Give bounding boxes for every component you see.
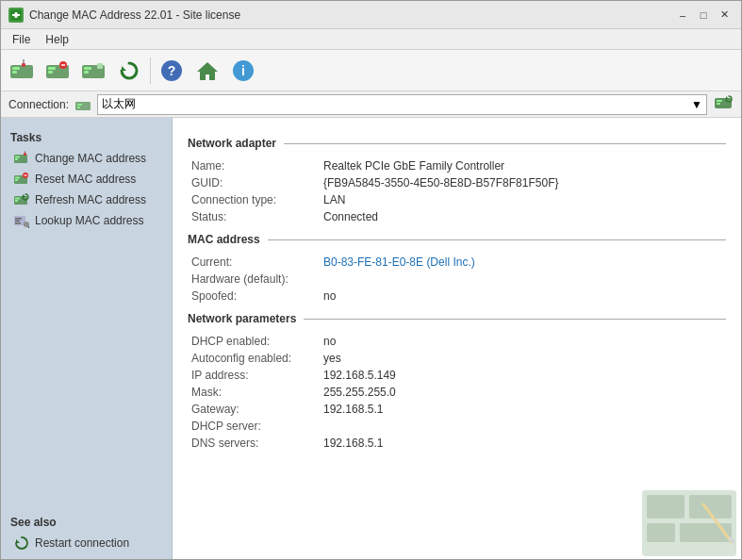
restart-connection-icon bbox=[14, 535, 29, 551]
close-button[interactable]: ✕ bbox=[715, 6, 734, 25]
refresh-connection-icon[interactable] bbox=[713, 94, 734, 115]
content-panel: Network adapter Name: Realtek PCIe GbE F… bbox=[173, 118, 741, 560]
tasks-section-title: Tasks bbox=[1, 125, 172, 148]
sidebar-spacer bbox=[1, 231, 172, 510]
deco-pcb-image bbox=[637, 486, 741, 560]
minimize-button[interactable]: – bbox=[673, 6, 692, 25]
field-label: Status: bbox=[188, 208, 320, 225]
sidebar-lookup-mac-label: Lookup MAC address bbox=[35, 214, 143, 227]
field-label: Mask: bbox=[188, 384, 320, 401]
sidebar-item-restart-connection[interactable]: Restart connection bbox=[1, 533, 172, 553]
field-label: DHCP server: bbox=[188, 418, 320, 435]
app-icon bbox=[8, 8, 24, 23]
field-value: LAN bbox=[320, 191, 726, 208]
refresh-btn[interactable] bbox=[112, 54, 146, 88]
svg-rect-26 bbox=[77, 107, 80, 108]
svg-rect-53 bbox=[647, 495, 684, 519]
table-row: Status: Connected bbox=[188, 208, 726, 225]
change-mac-toolbar-btn[interactable] bbox=[5, 54, 39, 88]
connection-label: Connection: bbox=[8, 98, 69, 111]
sidebar-item-refresh-mac[interactable]: Refresh MAC address bbox=[1, 189, 172, 210]
table-row: Connection type: LAN bbox=[188, 191, 726, 208]
svg-rect-48 bbox=[15, 222, 21, 224]
info-btn[interactable]: i bbox=[226, 54, 260, 88]
sidebar-item-reset-mac[interactable]: Reset MAC address bbox=[1, 169, 172, 189]
field-label: Gateway: bbox=[188, 401, 320, 418]
toolbar-sep-1 bbox=[150, 58, 151, 84]
svg-rect-16 bbox=[84, 71, 89, 74]
title-bar: Change MAC Address 22.01 - Site license … bbox=[1, 1, 741, 29]
field-label: Spoofed: bbox=[188, 288, 320, 305]
network-adapter-title: Network adapter bbox=[188, 137, 276, 150]
svg-marker-21 bbox=[197, 62, 218, 80]
network-params-table: DHCP enabled: no Autoconfig enabled: yes… bbox=[188, 333, 726, 452]
field-value bbox=[320, 418, 726, 435]
field-value: 192.168.5.149 bbox=[320, 367, 726, 384]
svg-rect-6 bbox=[12, 71, 17, 74]
home-btn[interactable] bbox=[190, 54, 224, 88]
maximize-button[interactable]: □ bbox=[694, 6, 713, 25]
sidebar-item-change-mac[interactable]: Change MAC address bbox=[1, 148, 172, 169]
menu-help[interactable]: Help bbox=[38, 31, 76, 48]
svg-rect-25 bbox=[77, 104, 82, 106]
sidebar-restart-label: Restart connection bbox=[35, 536, 129, 550]
svg-rect-5 bbox=[12, 67, 20, 70]
field-value: Realtek PCIe GbE Family Controller bbox=[320, 157, 726, 174]
field-value: 192.168.5.1 bbox=[320, 401, 726, 418]
menu-file[interactable]: File bbox=[5, 31, 38, 48]
sidebar-item-lookup-mac[interactable]: Lookup MAC address bbox=[1, 210, 172, 231]
connection-dropdown[interactable]: 以太网 ▼ bbox=[97, 94, 707, 115]
refresh-mac-icon bbox=[14, 192, 29, 207]
field-label: IP address: bbox=[188, 367, 320, 384]
svg-rect-32 bbox=[15, 156, 20, 158]
field-value: {FB9A5845-3550-4E50-8E8D-B57F8F81F50F} bbox=[320, 174, 726, 191]
field-value: Connected bbox=[320, 208, 726, 225]
svg-rect-55 bbox=[647, 523, 675, 542]
svg-rect-28 bbox=[717, 100, 722, 102]
table-row: Gateway: 192.168.5.1 bbox=[188, 401, 726, 418]
table-row: Current: B0-83-FE-81-E0-8E (Dell Inc.) bbox=[188, 254, 726, 271]
field-value: 255.255.255.0 bbox=[320, 384, 726, 401]
svg-rect-43 bbox=[15, 200, 18, 202]
field-value: no bbox=[320, 333, 726, 350]
table-row: Mask: 255.255.255.0 bbox=[188, 384, 726, 401]
svg-rect-29 bbox=[717, 103, 720, 105]
change-mac-icon bbox=[14, 151, 29, 166]
svg-rect-47 bbox=[15, 221, 20, 222]
field-label: Hardware (default): bbox=[188, 271, 320, 288]
field-label: Autoconfig enabled: bbox=[188, 350, 320, 367]
table-row: IP address: 192.168.5.149 bbox=[188, 367, 726, 384]
network-adapter-btn[interactable] bbox=[76, 54, 110, 88]
sidebar: Tasks Change MAC address Reset MAC addre… bbox=[1, 118, 173, 560]
field-value: no bbox=[320, 288, 726, 305]
connection-selected-value: 以太网 bbox=[102, 96, 136, 112]
network-adapter-section-header: Network adapter bbox=[188, 137, 726, 150]
table-row: DHCP enabled: no bbox=[188, 333, 726, 350]
help-btn[interactable]: ? bbox=[155, 54, 189, 88]
svg-rect-11 bbox=[48, 71, 53, 74]
current-mac-link[interactable]: B0-83-FE-81-E0-8E (Dell Inc.) bbox=[323, 255, 475, 269]
svg-rect-42 bbox=[15, 198, 20, 200]
reset-mac-toolbar-btn[interactable] bbox=[41, 54, 74, 88]
field-value: B0-83-FE-81-E0-8E (Dell Inc.) bbox=[320, 254, 726, 271]
sidebar-refresh-mac-label: Refresh MAC address bbox=[35, 193, 146, 206]
table-row: Autoconfig enabled: yes bbox=[188, 350, 726, 367]
svg-rect-37 bbox=[15, 177, 20, 179]
mac-address-section-header: MAC address bbox=[188, 233, 726, 246]
connection-bar: Connection: 以太网 ▼ bbox=[1, 91, 741, 118]
table-row: DHCP server: bbox=[188, 418, 726, 435]
svg-text:?: ? bbox=[168, 63, 176, 78]
svg-marker-18 bbox=[122, 66, 126, 71]
network-params-line bbox=[304, 319, 726, 320]
network-adapter-table: Name: Realtek PCIe GbE Family Controller… bbox=[188, 157, 726, 225]
table-row: GUID: {FB9A5845-3550-4E50-8E8D-B57F8F81F… bbox=[188, 174, 726, 191]
connection-network-icon bbox=[74, 98, 91, 111]
main-content: Tasks Change MAC address Reset MAC addre… bbox=[1, 118, 741, 560]
svg-marker-51 bbox=[16, 539, 20, 543]
table-row: Spoofed: no bbox=[188, 288, 726, 305]
window-title: Change MAC Address 22.01 - Site license bbox=[29, 8, 240, 22]
network-params-section-header: Network parameters bbox=[188, 312, 726, 325]
svg-line-50 bbox=[28, 226, 29, 228]
mac-address-title: MAC address bbox=[188, 233, 260, 246]
field-label: GUID: bbox=[188, 174, 320, 191]
